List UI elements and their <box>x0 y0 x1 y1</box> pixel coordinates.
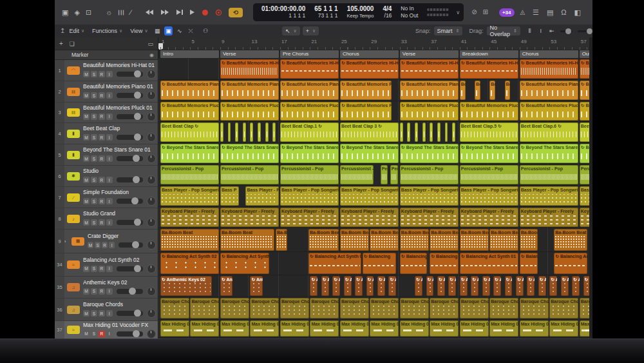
region[interactable]: Percussionist - P <box>340 165 374 184</box>
region[interactable]: Baroque Chords <box>400 298 429 319</box>
input-monitor-button[interactable]: I <box>106 71 113 77</box>
region[interactable]: ↻ Beautiful Memories Hi-Hat 02.3 <box>460 59 518 79</box>
record-enable-button[interactable]: R <box>99 266 105 272</box>
region[interactable]: Beet Beat Clap ↻ <box>160 123 219 142</box>
region[interactable]: Baroque Chords <box>160 298 189 319</box>
region[interactable]: Bass Player - Pop Songwriter <box>460 186 518 206</box>
inspector-icon[interactable]: ◈ <box>74 9 79 16</box>
region[interactable]: ↻ Beautiful Memories Piano 02 <box>280 81 339 100</box>
record-enable-button[interactable]: R <box>102 242 108 248</box>
track-name[interactable]: Crate Digger <box>88 233 158 239</box>
grid-icon[interactable]: ▦ <box>153 26 162 35</box>
region[interactable]: ↻ Anthe <box>493 276 501 296</box>
pan-knob[interactable] <box>147 112 156 121</box>
mute-button[interactable]: M <box>83 219 90 226</box>
add-track-button[interactable]: + <box>59 40 63 47</box>
volume-slider[interactable] <box>117 199 143 204</box>
track-header[interactable]: 4▮Beet Beat ClapMSRI <box>55 123 158 144</box>
track-header[interactable]: 35♫Anthemic Keys 02MSRI <box>55 277 158 299</box>
volume-slider[interactable] <box>117 156 143 161</box>
region[interactable]: Ba-Boom Beat <box>340 229 369 251</box>
region[interactable]: Bass Player - Pop Songwriter <box>340 186 399 206</box>
region[interactable]: Max Hiding 01 V <box>400 320 429 337</box>
input-monitor-button[interactable]: I <box>106 155 113 162</box>
track-lane[interactable]: ↻ Beautiful Memories Hi-Hat 03.1↻ Beauti… <box>158 59 592 80</box>
record-enable-button[interactable]: R <box>99 92 105 99</box>
smart-controls-icon[interactable]: ☼ <box>106 9 112 16</box>
region[interactable]: Beet Beat Clap.1 ↻ <box>280 123 339 142</box>
mute-button[interactable]: M <box>83 155 90 162</box>
region[interactable]: ↻ Anthemic Keys 02 <box>160 276 212 296</box>
region[interactable]: Baroque Chords <box>190 298 219 319</box>
mute-button[interactable]: M <box>83 266 90 272</box>
region[interactable]: Bass Player - Pop So <box>245 186 279 206</box>
rewind-button[interactable] <box>145 9 154 15</box>
region[interactable]: Be <box>505 81 511 100</box>
region[interactable]: Ba-Boom Beat <box>489 229 518 251</box>
region[interactable]: Max Hiding 01 V <box>310 320 339 337</box>
track-lane[interactable]: ↻ Beyond The Stars Snare 01 ∞↻ Beyond Th… <box>158 143 592 164</box>
input-monitor-button[interactable]: I <box>106 92 113 99</box>
region[interactable]: Baroque Chords <box>280 298 309 319</box>
track-lane[interactable]: ↻ Beautiful Memories Piano 01↻ Beautiful… <box>158 80 592 101</box>
solo-button[interactable]: S <box>91 134 97 141</box>
volume-slider[interactable] <box>117 177 143 182</box>
region[interactable]: ↻ Beautiful Memories Hi-Hat 03.2 <box>520 59 578 79</box>
region[interactable]: Per <box>390 165 398 184</box>
region[interactable]: Keyboard Player - Freely <box>400 208 459 227</box>
region[interactable] <box>437 123 440 142</box>
region[interactable]: Keyboard Player - Freely <box>220 208 279 227</box>
track-name[interactable]: Beautiful Memories Pluck 01 <box>83 104 158 111</box>
record-button[interactable] <box>202 9 209 16</box>
track-lane[interactable]: Percussionist - PopPercussionist - PopPe… <box>158 164 592 186</box>
marker-global-track[interactable]: Marker ◉ <box>55 50 158 60</box>
input-monitor-button[interactable]: I <box>106 177 113 183</box>
library-icon[interactable]: ▣ <box>62 9 68 16</box>
vertical-zoom-icon[interactable]: I <box>536 26 545 35</box>
horizontal-zoom-slider[interactable] <box>578 30 590 32</box>
region[interactable]: ↻ Anthe <box>250 276 262 296</box>
region[interactable]: ↻ Balancing <box>363 253 396 274</box>
region[interactable]: ↻ Anthe <box>377 276 385 296</box>
region[interactable]: ↻ Anthe <box>516 276 524 296</box>
region[interactable]: Baroque Chords <box>250 298 279 319</box>
region[interactable]: Be <box>475 81 480 100</box>
region[interactable]: ↻ Anthe <box>415 276 422 296</box>
region[interactable]: ↻ Anthe <box>310 276 317 296</box>
region[interactable]: Bass Player - Pop Songwriter <box>160 186 219 206</box>
region[interactable]: ↻ Beautiful Memories Hi-Hat 03.1 <box>220 59 279 79</box>
mute-button[interactable]: M <box>83 134 90 141</box>
region[interactable]: Beet Beat Clap 3 ↻ <box>340 123 399 142</box>
region[interactable]: Baroque Chords <box>520 298 549 319</box>
region[interactable]: Beet Beat Clap.6 ↻ <box>520 123 578 142</box>
input-monitor-button[interactable]: I <box>109 242 115 248</box>
track-header[interactable]: 2‖‖Beautiful Memories Piano 01MSRI <box>55 81 158 103</box>
region[interactable]: ↻ Anthe <box>460 276 468 296</box>
region[interactable]: Keyboard Player - Freely <box>160 208 219 227</box>
region[interactable] <box>430 123 433 142</box>
track-name[interactable]: Beet Beat Clap <box>83 125 158 132</box>
track-header[interactable]: 36♫Baroque ChordsMSRI <box>55 299 158 321</box>
region[interactable]: ↻ Anthe <box>366 276 374 296</box>
region[interactable]: ↻ Beautiful Memories Pluck 02 <box>280 102 339 121</box>
record-enable-button[interactable]: R <box>99 310 105 317</box>
region[interactable]: Keyboard Player - Freely <box>280 208 339 227</box>
mixer-icon[interactable]: ☰ <box>118 9 125 15</box>
automation-icon[interactable]: ⤫ <box>186 26 194 35</box>
region[interactable]: Ba-Boom Beat <box>160 229 219 251</box>
record-target-button[interactable] <box>215 9 222 16</box>
region[interactable]: Baroque Chords <box>489 298 518 319</box>
track-header[interactable]: 3‖‖Beautiful Memories Pluck 01MSRI <box>55 103 158 123</box>
region[interactable]: ↻ Beautiful Memories Hi-Hat 02.1 <box>340 59 399 79</box>
solo-button[interactable]: S <box>91 310 97 317</box>
cycle-button[interactable]: ⟲ <box>229 8 243 17</box>
track-header[interactable]: 37≈Max Hiding 01 Vocoder FXMSRI <box>55 321 158 338</box>
region[interactable]: ↻ Beyond The Stars Snare 02.2 <box>400 144 459 163</box>
mute-button[interactable]: M <box>83 177 90 183</box>
input-monitor-button[interactable]: I <box>106 134 113 141</box>
region[interactable]: ↻ Beyond The Stars Snare 02.3 <box>460 144 518 163</box>
volume-slider[interactable] <box>118 242 143 248</box>
region[interactable]: ↻ Balancing Act Synth 01 <box>430 253 459 274</box>
arrangement-marker[interactable]: Verse <box>220 50 279 58</box>
volume-slider[interactable] <box>117 289 143 294</box>
